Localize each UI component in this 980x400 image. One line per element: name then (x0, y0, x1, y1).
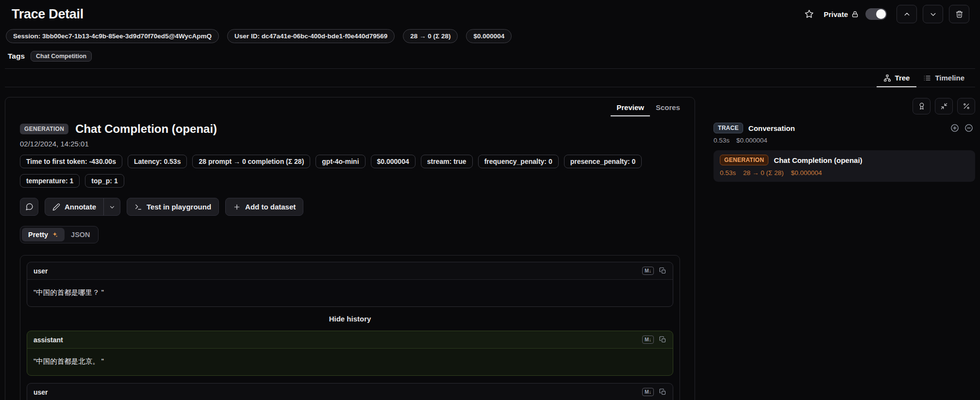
sparkles-icon (51, 231, 58, 238)
add-to-dataset-label: Add to dataset (245, 203, 296, 211)
observation-detail-pills: Time to first token: -430.00s Latency: 0… (20, 155, 675, 188)
header-actions: Private (800, 5, 969, 23)
message-content: "中国的首都是北京。 " (27, 349, 673, 375)
tree-icon (883, 74, 891, 82)
trace-node[interactable]: TRACE Conversation (710, 123, 975, 133)
observation-tabs: Preview Scores (5, 97, 695, 116)
copy-button[interactable] (659, 388, 666, 396)
next-trace-button[interactable] (923, 5, 943, 23)
markdown-toggle-icon[interactable]: M↓ (642, 336, 654, 344)
tab-timeline-label: Timeline (935, 74, 964, 82)
pill-time-to-first-token: Time to first token: -430.00s (20, 155, 122, 168)
node-title-row: GENERATION Chat Completion (openai) (720, 155, 969, 165)
award-icon (918, 102, 926, 110)
tag-chat-competition[interactable]: Chat Competition (31, 51, 92, 62)
generation-badge: GENERATION (720, 155, 768, 165)
previous-trace-button[interactable] (897, 5, 917, 23)
format-json-label: JSON (71, 231, 90, 239)
pill-top-p: top_p: 1 (85, 174, 124, 188)
terminal-icon (134, 203, 142, 211)
add-to-dataset-button[interactable]: Add to dataset (225, 198, 303, 216)
tab-scores[interactable]: Scores (650, 99, 686, 116)
message-assistant: assistant M↓ "中国的首都是北京。 " (27, 331, 673, 376)
page-title: Trace Detail (12, 7, 83, 22)
message-header: user M↓ (27, 384, 673, 400)
copy-icon (659, 388, 666, 396)
minus-circle-icon (964, 124, 973, 132)
metrics-toggle-button[interactable] (957, 98, 975, 114)
message-actions: M↓ (642, 336, 666, 344)
message-user-1: user M↓ "中国的首都是哪里？ " (27, 262, 673, 307)
header: Trace Detail Private (5, 0, 975, 28)
trace-tree-panel: TRACE Conversation 0.53s $0.000004 GENER… (710, 97, 975, 182)
plus-icon (233, 203, 241, 211)
copy-icon (659, 336, 666, 343)
message-role: user (33, 267, 48, 275)
pill-temperature: temperature: 1 (20, 174, 80, 188)
annotate-button-group: Annotate (45, 198, 120, 216)
tab-preview[interactable]: Preview (611, 99, 650, 116)
scores-toggle-button[interactable] (913, 98, 930, 114)
total-cost-badge: $0.000004 (466, 29, 512, 43)
pill-model[interactable]: gpt-4o-mini (316, 155, 365, 168)
tab-timeline[interactable]: Timeline (916, 69, 971, 87)
hide-history-toggle[interactable]: Hide history (27, 314, 673, 323)
pill-stream: stream: true (421, 155, 473, 168)
trace-meta-row: Session: 3bb00ec7-1b13-4c9b-85ee-3d9d70f… (5, 28, 975, 43)
annotate-dropdown-button[interactable] (103, 198, 120, 215)
delete-trace-button[interactable] (949, 5, 969, 23)
trace-cost: $0.000004 (736, 137, 767, 144)
copy-button[interactable] (659, 336, 666, 343)
lock-icon (851, 11, 859, 18)
tab-preview-label: Preview (616, 103, 644, 112)
pill-cost: $0.000004 (371, 155, 415, 168)
percent-icon (963, 102, 970, 110)
session-badge[interactable]: Session: 3bb00ec7-1b13-4c9b-85ee-3d9d70f… (6, 29, 219, 43)
pill-presence-penalty: presence_penalty: 0 (564, 155, 642, 168)
user-id-badge[interactable]: User ID: dc47a41e-06bc-400d-bde1-f0e440d… (227, 29, 395, 43)
message-actions: M↓ (642, 388, 666, 396)
node-cost: $0.000004 (791, 169, 822, 176)
chevron-up-icon (903, 10, 911, 18)
trace-type-badge: TRACE (714, 123, 743, 133)
annotate-button[interactable]: Annotate (45, 198, 103, 215)
tab-tree-label: Tree (895, 74, 910, 82)
playground-button[interactable]: Test in playground (127, 198, 219, 216)
message-user-2: user M↓ "谢谢" (27, 383, 673, 400)
tab-scores-label: Scores (656, 103, 680, 112)
io-preview: user M↓ "中国的首都是哪里？ " Hide history (20, 255, 680, 400)
timeline-icon (923, 74, 931, 82)
comments-button[interactable] (20, 198, 38, 216)
star-icon (804, 9, 814, 19)
token-usage-badge: 28 → 0 (Σ 28) (403, 29, 458, 43)
node-name: Chat Completion (openai) (774, 156, 863, 164)
format-json-tab[interactable]: JSON (65, 228, 97, 241)
visibility-status: Private (824, 10, 859, 18)
node-metrics: 0.53s 28 → 0 (Σ 28) $0.000004 (720, 169, 969, 176)
pill-latency: Latency: 0.53s (128, 155, 187, 168)
trace-name: Conversation (748, 124, 795, 132)
message-header: user M↓ (27, 262, 673, 280)
format-pretty-tab[interactable]: Pretty (22, 228, 65, 241)
collapse-node-button[interactable] (964, 124, 973, 132)
observation-timestamp: 02/12/2024, 14:25:01 (20, 140, 680, 148)
observation-title-row: GENERATION Chat Completion (openai) (20, 122, 680, 136)
message-actions: M↓ (642, 267, 666, 275)
tab-tree[interactable]: Tree (877, 69, 917, 87)
collapse-icon (940, 102, 948, 110)
toggle-knob (876, 9, 886, 19)
chat-bubble-icon (25, 203, 33, 211)
copy-icon (659, 267, 666, 274)
markdown-toggle-icon[interactable]: M↓ (642, 267, 654, 275)
trace-detail-page: Trace Detail Private Session: 3bb00ec7-1… (0, 0, 980, 400)
markdown-toggle-icon[interactable]: M↓ (642, 388, 654, 396)
generation-node-selected[interactable]: GENERATION Chat Completion (openai) 0.53… (714, 150, 975, 182)
public-sharing-toggle[interactable] (865, 8, 887, 20)
copy-button[interactable] (659, 267, 666, 274)
observation-title: Chat Completion (openai) (75, 122, 217, 136)
expand-node-button[interactable] (950, 124, 959, 132)
tags-label: Tags (8, 52, 25, 61)
collapse-all-button[interactable] (935, 98, 953, 114)
private-label: Private (824, 10, 848, 18)
bookmark-star-button[interactable] (800, 5, 818, 23)
